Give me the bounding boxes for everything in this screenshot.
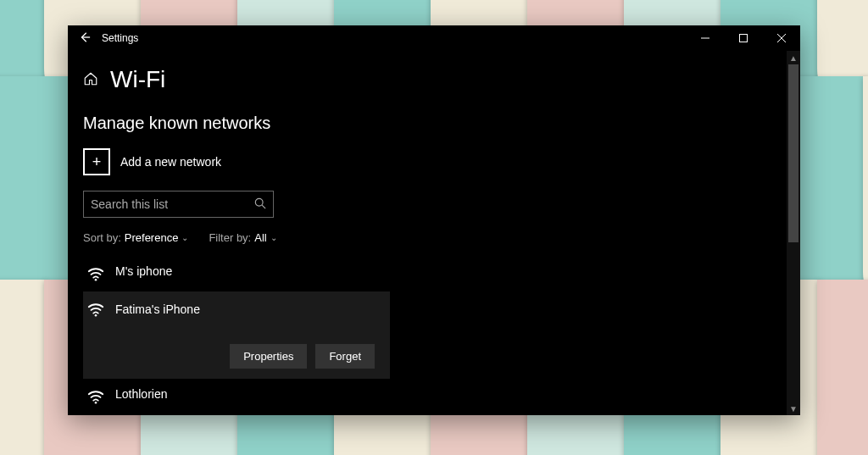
settings-window: Settings Wi-Fi Manage known networks + A… — [68, 25, 800, 415]
scroll-thumb[interactable] — [788, 64, 798, 242]
wifi-icon — [86, 387, 105, 406]
page-title: Wi-Fi — [110, 66, 165, 93]
svg-line-5 — [262, 205, 265, 208]
network-name: M's iphone — [115, 264, 172, 278]
back-button[interactable] — [68, 31, 102, 46]
wifi-icon — [86, 264, 105, 283]
scroll-down-arrow-icon[interactable]: ▼ — [787, 402, 800, 415]
minimize-icon — [701, 34, 709, 42]
section-heading: Manage known networks — [83, 114, 800, 133]
properties-button[interactable]: Properties — [230, 344, 307, 369]
sort-value: Preference — [125, 231, 179, 244]
search-input[interactable] — [91, 197, 254, 211]
maximize-button[interactable] — [724, 25, 762, 51]
svg-point-8 — [95, 402, 97, 404]
wifi-icon — [86, 300, 105, 319]
network-name: Fatima's iPhone — [115, 302, 200, 316]
network-item[interactable]: Lothlorien — [83, 379, 390, 414]
home-icon[interactable] — [83, 71, 98, 89]
chevron-down-icon: ⌄ — [181, 233, 188, 242]
svg-point-4 — [255, 198, 263, 206]
titlebar: Settings — [68, 25, 800, 51]
scrollbar[interactable]: ▲ ▼ — [787, 51, 800, 415]
sort-label: Sort by: — [83, 231, 121, 244]
forget-button[interactable]: Forget — [315, 344, 375, 369]
add-network-label: Add a new network — [120, 155, 221, 169]
scroll-up-arrow-icon[interactable]: ▲ — [787, 51, 800, 64]
network-name: Lothlorien — [115, 387, 168, 401]
svg-point-6 — [95, 279, 97, 281]
minimize-button[interactable] — [686, 25, 724, 51]
chevron-down-icon: ⌄ — [270, 233, 277, 242]
filter-label: Filter by: — [209, 231, 251, 244]
maximize-icon — [739, 34, 748, 42]
svg-rect-1 — [739, 35, 747, 42]
sort-by-dropdown[interactable]: Sort by: Preference ⌄ — [83, 231, 188, 244]
svg-point-7 — [95, 314, 97, 317]
add-network-button[interactable]: + Add a new network — [83, 148, 800, 175]
filter-by-dropdown[interactable]: Filter by: All ⌄ — [209, 231, 276, 244]
network-item[interactable]: M's iphone — [83, 256, 390, 291]
back-arrow-icon — [79, 31, 91, 43]
network-item-selected[interactable]: Fatima's iPhone Properties Forget — [83, 291, 390, 379]
search-box[interactable] — [83, 191, 274, 218]
search-icon — [254, 197, 266, 212]
filter-value: All — [254, 231, 266, 244]
close-button[interactable] — [762, 25, 800, 51]
plus-icon: + — [83, 148, 110, 175]
window-title: Settings — [102, 32, 138, 44]
content-area: Wi-Fi Manage known networks + Add a new … — [68, 51, 800, 415]
close-icon — [777, 34, 786, 42]
network-list: M's iphone Fatima's iPhone Properties Fo… — [83, 256, 390, 414]
